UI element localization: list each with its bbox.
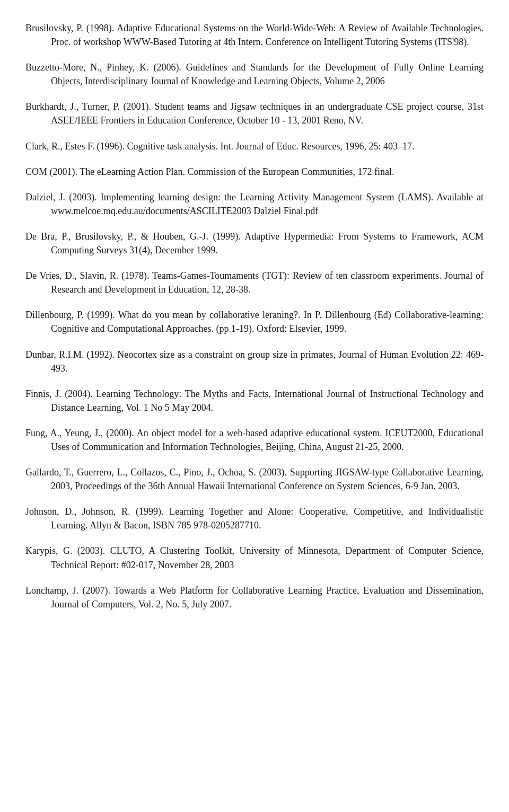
reference-entry: De Bra, P., Brusilovsky, P., & Houben, G… [25, 230, 484, 257]
reference-entry: Karypis, G. (2003). CLUTO, A Clustering … [25, 544, 484, 571]
reference-entry: Buzzetto-More, N., Pinhey, K. (2006). Gu… [25, 60, 484, 88]
reference-entry: COM (2001). The eLearning Action Plan. C… [25, 165, 484, 179]
reference-entry: Gallardo, T., Guerrero, L., Collazos, C.… [25, 465, 484, 493]
reference-entry: Finnis, J. (2004). Learning Technology: … [25, 387, 484, 414]
reference-entry: Clark, R., Estes F. (1996). Cognitive ta… [25, 139, 484, 153]
reference-entry: Lonchamp, J. (2007). Towards a Web Platf… [25, 584, 484, 611]
reference-entry: Dunbar, R.I.M. (1992). Neocortex size as… [25, 348, 484, 375]
reference-entry: Burkhardt, J., Turner, P. (2001). Studen… [25, 100, 484, 127]
reference-entry: Dillenbourg, P. (1999). What do you mean… [25, 308, 484, 336]
reference-entry: De Vries, D., Slavin, R. (1978). Teams-G… [25, 269, 484, 296]
reference-entry: Johnson, D., Johnson, R. (1999). Learnin… [25, 505, 484, 532]
reference-entry: Brusilovsky, P. (1998). Adaptive Educati… [25, 21, 484, 49]
reference-entry: Fung, A., Yeung, J., (2000). An object m… [25, 426, 484, 454]
reference-entry: Dalziel, J. (2003). Implementing learnin… [25, 190, 484, 218]
references-list: Brusilovsky, P. (1998). Adaptive Educati… [25, 21, 484, 611]
